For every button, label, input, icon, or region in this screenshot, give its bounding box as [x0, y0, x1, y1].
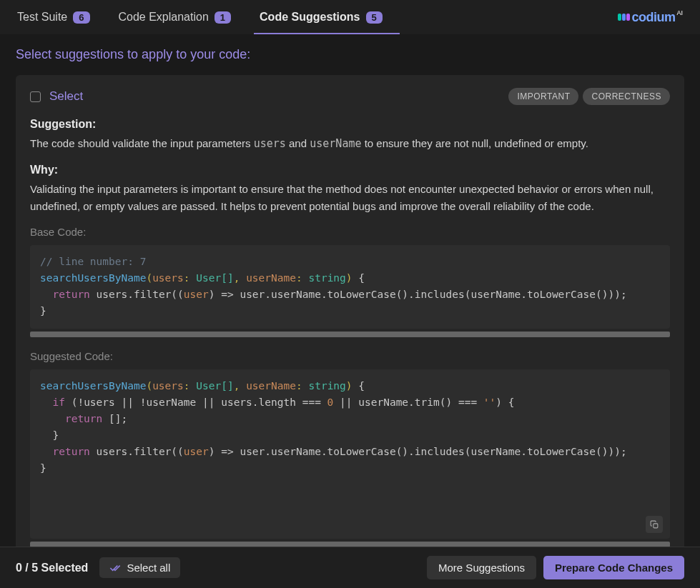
code-type: string — [308, 380, 345, 392]
code-call: .filter(( — [127, 446, 184, 457]
code-comment: // line number: 7 — [40, 256, 146, 267]
tab-label: Code Suggestions — [260, 11, 360, 24]
svg-rect-0 — [653, 523, 657, 527]
code-punc: : — [184, 380, 190, 392]
code-punc: ( — [146, 272, 152, 284]
suggestion-card: Select IMPORTANT CORRECTNESS Suggestion:… — [16, 75, 684, 547]
bottom-left: 0 / 5 Selected Select all — [16, 557, 180, 578]
code-punc: , — [234, 272, 240, 284]
select-all-label: Select all — [127, 562, 170, 574]
select-label[interactable]: Select — [49, 89, 83, 104]
tab-badge: 5 — [366, 11, 383, 24]
code-param: user — [184, 446, 209, 457]
select-checkbox[interactable] — [30, 91, 41, 102]
code-param: user — [184, 289, 209, 300]
page-title: Select suggestions to apply to your code… — [16, 47, 684, 62]
select-all-button[interactable]: Select all — [99, 557, 180, 578]
code-punc: ) — [346, 380, 353, 392]
code-cond: (!users || !userName || users.length === — [65, 397, 327, 408]
code-punc: : — [296, 380, 302, 392]
code-type: User[] — [196, 380, 233, 392]
base-code-label: Base Code: — [30, 226, 670, 238]
tags: IMPORTANT CORRECTNESS — [508, 88, 670, 105]
code-fn: searchUsersByName — [40, 272, 146, 284]
card-header: Select IMPORTANT CORRECTNESS — [30, 88, 670, 105]
code-keyword: return — [52, 446, 89, 457]
text-part: and — [286, 137, 310, 149]
double-check-icon — [109, 562, 121, 574]
tab-label: Code Explanation — [119, 11, 209, 24]
suggested-code-block: searchUsersByName(users: User[], userNam… — [30, 369, 670, 539]
select-group: Select — [30, 89, 83, 104]
code-call: .filter(( — [127, 289, 184, 300]
code-punc: : — [296, 272, 302, 284]
why-text: Validating the input parameters is impor… — [30, 181, 670, 214]
code-fn: searchUsersByName — [40, 380, 146, 392]
tab-code-suggestions[interactable]: Code Suggestions 5 — [260, 0, 383, 34]
text-part: to ensure they are not null, undefined o… — [361, 137, 588, 149]
code-param: users — [152, 380, 184, 392]
code-body: []; — [102, 413, 127, 424]
code-punc: , — [234, 380, 240, 392]
code-param: userName — [246, 380, 296, 392]
copy-button[interactable] — [646, 516, 663, 533]
brand-logo: codium AI — [618, 10, 683, 25]
more-suggestions-button[interactable]: More Suggestions — [427, 556, 536, 579]
code-type: string — [308, 272, 345, 284]
code-scrollbar[interactable] — [30, 542, 670, 547]
code-keyword: return — [65, 413, 102, 424]
tag-important: IMPORTANT — [508, 88, 578, 105]
bottom-right: More Suggestions Prepare Code Changes — [427, 556, 684, 579]
code-param: userName — [246, 272, 296, 284]
code-id: users — [97, 446, 128, 457]
prepare-changes-button[interactable]: Prepare Code Changes — [543, 556, 684, 579]
code-string: '' — [483, 397, 496, 408]
code-inline-users: users — [254, 137, 286, 150]
code-cond: || userName.trim() === — [333, 397, 483, 408]
tabs: Test Suite 6 Code Explanation 1 Code Sug… — [17, 0, 383, 34]
selected-count: 0 / 5 Selected — [16, 562, 88, 574]
code-punc: ( — [146, 380, 152, 392]
tab-test-suite[interactable]: Test Suite 6 — [17, 0, 90, 34]
copy-icon — [650, 520, 659, 529]
suggestion-label: Suggestion: — [30, 118, 670, 131]
code-param: users — [152, 272, 184, 284]
bottombar: 0 / 5 Selected Select all More Suggestio… — [0, 547, 700, 588]
suggestion-text: The code should validate the input param… — [30, 135, 670, 152]
suggested-code-label: Suggested Code: — [30, 350, 670, 362]
code-body: ) => user.userName.toLowerCase().include… — [209, 289, 627, 300]
code-inline-username: userName — [310, 137, 361, 150]
base-code-block: // line number: 7 searchUsersByName(user… — [30, 245, 670, 329]
tab-badge: 1 — [215, 11, 231, 24]
code-keyword: if — [52, 397, 64, 408]
code-keyword: return — [52, 289, 89, 300]
brand-name: codium — [631, 10, 675, 25]
logo-dots-icon — [618, 14, 630, 21]
code-body: ) => user.userName.toLowerCase().include… — [209, 446, 627, 457]
code-id: users — [97, 289, 128, 300]
code-type: User[] — [196, 272, 233, 284]
tab-badge: 6 — [73, 11, 89, 24]
tab-label: Test Suite — [17, 11, 67, 24]
tag-correctness: CORRECTNESS — [583, 88, 670, 105]
content-area: Select suggestions to apply to your code… — [0, 34, 700, 547]
tab-code-explanation[interactable]: Code Explanation 1 — [119, 0, 232, 34]
code-punc: : — [184, 272, 190, 284]
code-scrollbar[interactable] — [30, 332, 670, 337]
why-label: Why: — [30, 164, 670, 176]
text-part: The code should validate the input param… — [30, 137, 254, 149]
code-punc: ) { — [496, 397, 514, 408]
brand-suffix: AI — [676, 9, 683, 16]
topbar: Test Suite 6 Code Explanation 1 Code Sug… — [0, 0, 700, 34]
code-punc: ) — [346, 272, 353, 284]
